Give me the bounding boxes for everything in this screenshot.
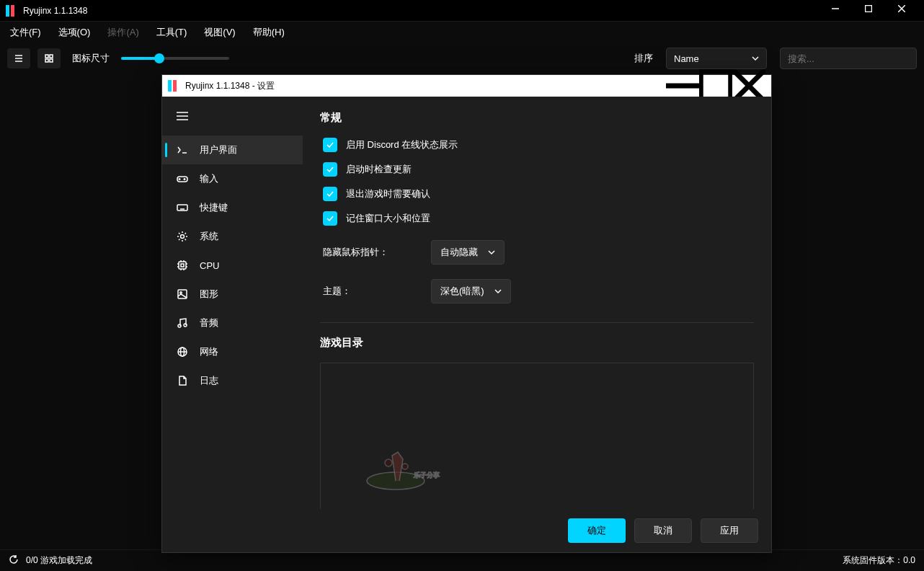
svg-rect-7 (45, 55, 48, 58)
globe-icon (177, 346, 188, 358)
icon-size-slider[interactable] (121, 57, 229, 60)
theme-select[interactable]: 深色(暗黑) (431, 279, 511, 304)
apply-button[interactable]: 应用 (701, 518, 758, 543)
menu-view[interactable]: 视图(V) (200, 23, 239, 42)
image-icon (177, 288, 188, 300)
menu-tools[interactable]: 工具(T) (152, 23, 192, 42)
nav-hotkeys[interactable]: 快捷键 (162, 193, 303, 222)
nav-system[interactable]: 系统 (162, 222, 303, 251)
settings-window-title: Ryujinx 1.1.1348 - 设置 (185, 80, 275, 92)
list-view-button[interactable] (7, 48, 30, 68)
gamepad-icon (177, 173, 188, 185)
label-remember-window: 记住窗口大小和位置 (346, 212, 430, 225)
svg-point-19 (184, 179, 185, 180)
main-window-title: Ryujinx 1.1.1348 (23, 6, 87, 16)
chevron-down-icon (752, 55, 759, 62)
checkbox-remember-window[interactable] (323, 211, 337, 226)
nav-input[interactable]: 输入 (162, 164, 303, 193)
nav-graphics[interactable]: 图形 (162, 280, 303, 309)
menubar: 文件(F) 选项(O) 操作(A) 工具(T) 视图(V) 帮助(H) (0, 22, 924, 43)
gear-icon (177, 231, 188, 242)
grid-view-button[interactable] (37, 48, 61, 68)
settings-sidebar: 用户界面 输入 快捷键 系统 CPU 图形 音频 网络 日志 (162, 97, 303, 509)
hamburger-icon[interactable] (162, 105, 303, 136)
settings-close-button[interactable] (732, 75, 765, 97)
sort-value: Name (674, 53, 699, 64)
checkbox-check-update[interactable] (323, 162, 337, 177)
svg-rect-22 (177, 205, 187, 211)
keyboard-icon (177, 202, 188, 213)
settings-titlebar: Ryujinx 1.1.1348 - 设置 (162, 75, 771, 97)
cpu-icon (177, 260, 188, 271)
nav-logging[interactable]: 日志 (162, 366, 303, 395)
menu-action: 操作(A) (103, 23, 143, 42)
nav-audio[interactable]: 音频 (162, 309, 303, 337)
music-icon (177, 317, 188, 329)
ui-icon (177, 144, 188, 156)
nav-ui[interactable]: 用户界面 (162, 136, 303, 164)
svg-rect-9 (45, 59, 48, 62)
status-left: 0/0 游戏加载完成 (26, 554, 92, 567)
svg-point-41 (184, 324, 187, 327)
close-button[interactable] (885, 0, 918, 19)
menu-help[interactable]: 帮助(H) (249, 23, 289, 42)
refresh-icon[interactable] (9, 554, 19, 567)
settings-minimize-button[interactable] (666, 75, 699, 97)
checkbox-discord[interactable] (323, 138, 337, 152)
chevron-down-icon (494, 288, 502, 295)
icon-size-label: 图标尺寸 (72, 52, 110, 65)
status-right: 系统固件版本：0.0 (843, 554, 915, 567)
label-confirm-exit: 退出游戏时需要确认 (346, 187, 430, 200)
label-check-update: 启动时检查更新 (346, 163, 412, 176)
nav-cpu[interactable]: CPU (162, 251, 303, 280)
minimize-button[interactable] (819, 0, 852, 19)
nav-network[interactable]: 网络 (162, 337, 303, 366)
maximize-button[interactable] (852, 0, 885, 19)
divider (320, 322, 754, 323)
settings-dialog: Ryujinx 1.1.1348 - 设置 用户界面 输入 快捷键 系统 CPU… (161, 74, 772, 553)
svg-rect-1 (866, 5, 872, 12)
game-directories-list[interactable] (320, 363, 754, 509)
sort-dropdown[interactable]: Name (666, 48, 767, 69)
menu-options[interactable]: 选项(O) (54, 23, 95, 42)
label-discord: 启用 Discord 在线状态展示 (346, 138, 458, 151)
svg-rect-28 (179, 262, 186, 269)
general-heading: 常规 (320, 111, 754, 125)
settings-maximize-button[interactable] (699, 75, 732, 97)
svg-rect-29 (181, 264, 184, 267)
settings-content: 常规 启用 Discord 在线状态展示 启动时检查更新 退出游戏时需要确认 记… (303, 97, 771, 509)
svg-point-39 (180, 292, 182, 293)
checkbox-confirm-exit[interactable] (323, 187, 337, 201)
search-input[interactable] (780, 48, 917, 69)
svg-point-27 (181, 235, 185, 239)
menu-file[interactable]: 文件(F) (6, 23, 45, 42)
cancel-button[interactable]: 取消 (634, 518, 692, 543)
svg-point-40 (178, 324, 181, 327)
app-logo-icon (6, 5, 17, 17)
sort-label: 排序 (634, 52, 653, 65)
toolbar: 图标尺寸 排序 Name (0, 43, 924, 74)
main-titlebar: Ryujinx 1.1.1348 (0, 0, 924, 22)
app-logo-icon (168, 80, 179, 92)
ok-button[interactable]: 确定 (568, 518, 626, 543)
chevron-down-icon (488, 249, 495, 256)
svg-rect-10 (50, 59, 53, 62)
settings-footer: 确定 取消 应用 (162, 509, 771, 552)
svg-rect-8 (50, 55, 53, 58)
cursor-label: 隐藏鼠标指针： (323, 246, 417, 259)
gamedirs-heading: 游戏目录 (320, 336, 754, 350)
file-icon (177, 375, 188, 386)
cursor-select[interactable]: 自动隐藏 (431, 240, 505, 265)
theme-label: 主题： (323, 285, 417, 298)
